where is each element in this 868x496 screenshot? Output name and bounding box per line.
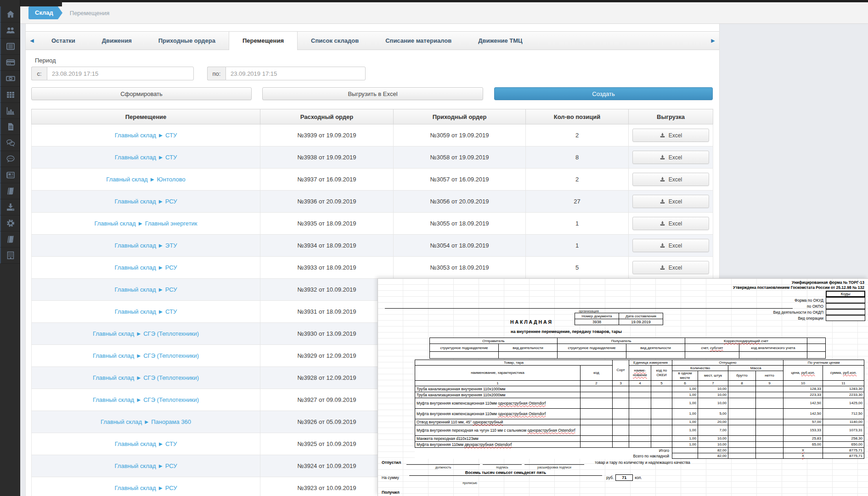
create-button[interactable]: Создать bbox=[494, 87, 713, 100]
transfer-link[interactable]: Главный склад ► РСУ bbox=[115, 286, 177, 293]
transfer-link[interactable]: Главный склад ► РСУ bbox=[115, 462, 177, 469]
period-to-input[interactable] bbox=[225, 67, 366, 80]
position-line bbox=[406, 464, 480, 465]
gross-header: брутто bbox=[728, 371, 756, 381]
download-icon bbox=[6, 202, 16, 212]
position-label: должность bbox=[406, 466, 480, 469]
generate-button[interactable]: Сформировать bbox=[31, 87, 252, 100]
col-header-outgoing: Расходный ордер bbox=[260, 109, 394, 124]
released-by-label: Отпустил bbox=[382, 460, 401, 465]
period-from-label: с: bbox=[31, 67, 47, 80]
signature-label: подпись bbox=[483, 466, 522, 469]
excel-button-label: Excel bbox=[669, 242, 682, 249]
breadcrumb-root[interactable]: Склад bbox=[28, 6, 58, 19]
transfer-link[interactable]: Главный склад ► СТУ bbox=[115, 308, 177, 315]
tab-spisanie-materialov[interactable]: Списание материалов bbox=[372, 32, 465, 50]
transfers-table-header: Перемещение Расходный ордер Приходный ор… bbox=[32, 109, 713, 124]
totals-row: Итого82,00X8775,71 bbox=[415, 448, 864, 453]
row-excel-button[interactable]: Excel bbox=[632, 173, 709, 186]
transfer-link[interactable]: Главный склад ► Юнтолово bbox=[106, 176, 185, 183]
row-excel-button[interactable]: Excel bbox=[632, 239, 709, 252]
breadcrumb-current: Перемещения bbox=[70, 10, 109, 17]
row-excel-button[interactable]: Excel bbox=[632, 129, 709, 142]
sidebar-item-documents[interactable] bbox=[0, 119, 20, 135]
transfer-link[interactable]: Главный склад ► Панорама 360 bbox=[101, 418, 191, 425]
transfer-link[interactable]: Главный склад ► СТУ bbox=[115, 154, 177, 161]
okud-value-box bbox=[826, 297, 865, 303]
sidebar-item-settings[interactable] bbox=[0, 215, 20, 231]
sidebar-item-home[interactable] bbox=[0, 6, 20, 23]
transfer-link[interactable]: Главный склад ► Главный энергетик bbox=[94, 220, 197, 227]
rub-label: руб. bbox=[606, 475, 614, 480]
kop-label: коп. bbox=[635, 475, 642, 480]
rub-kop-group: руб. 71 коп. bbox=[606, 474, 642, 481]
comment-icon bbox=[6, 154, 16, 164]
amount-words: Восемь тысяч семьсот семьдесят пять bbox=[409, 470, 602, 476]
sidebar-item-download[interactable] bbox=[0, 199, 20, 215]
gear-icon bbox=[6, 218, 16, 228]
goods-row: Отвод внутренний 110 мм, 45° однораструб… bbox=[415, 419, 864, 425]
tab-ostatki[interactable]: Остатки bbox=[38, 32, 89, 50]
positions-count: 5 bbox=[526, 257, 629, 279]
analytic-code-label: код аналитического учета bbox=[739, 344, 807, 352]
row-excel-button[interactable]: Excel bbox=[632, 261, 709, 274]
doc-number-label: Номер документа bbox=[575, 313, 619, 319]
okdp-value-box bbox=[826, 309, 865, 315]
outgoing-order: №3932 от 10.09.2019 bbox=[260, 279, 394, 301]
sidebar-item-stats[interactable] bbox=[0, 103, 20, 119]
outgoing-order: №3924 от 10.09.2019 bbox=[260, 455, 394, 477]
tabs-next-arrow-icon[interactable]: ▶ bbox=[707, 32, 719, 50]
excel-button-label: Excel bbox=[669, 220, 682, 227]
sidebar-item-journal[interactable] bbox=[0, 231, 20, 248]
sidebar-item-card[interactable] bbox=[0, 55, 20, 71]
sidebar-item-table[interactable] bbox=[0, 87, 20, 103]
sidebar-item-users[interactable] bbox=[0, 23, 20, 39]
bar-chart-icon bbox=[6, 106, 16, 116]
row-excel-button[interactable]: Excel bbox=[632, 151, 709, 164]
doc-subtitle: на внутреннее перемещение, передачу това… bbox=[447, 329, 686, 334]
transfer-link[interactable]: Главный склад ► ЭТУ bbox=[115, 242, 177, 249]
tab-spisok-skladov[interactable]: Список складов bbox=[298, 32, 372, 50]
transfer-link[interactable]: Главный склад ► СТУ bbox=[115, 440, 177, 447]
transfer-link[interactable]: Главный склад ► РСУ bbox=[115, 264, 177, 271]
tab-prihodnye-ordera[interactable]: Приходные ордера bbox=[145, 32, 229, 50]
col-header-incoming: Приходный ордер bbox=[394, 109, 526, 124]
transfer-link[interactable]: Главный склад ► СТУ bbox=[115, 132, 177, 139]
transfer-link[interactable]: Главный склад ► РСУ bbox=[115, 198, 177, 205]
row-excel-button[interactable]: Excel bbox=[632, 217, 709, 230]
okei-header: код по ОКЕИ bbox=[651, 366, 672, 381]
sidebar-item-book[interactable] bbox=[0, 183, 20, 199]
sum-header: сумма, руб.коп. bbox=[823, 366, 864, 381]
sidebar-item-news[interactable] bbox=[0, 167, 20, 183]
goods-row: Муфта внутренняя 110мм двухраструбная Os… bbox=[415, 442, 864, 448]
tabs-prev-arrow-icon[interactable]: ◀ bbox=[26, 32, 38, 50]
table-row: Главный склад ► РСУ№3936 от 20.09.2019№3… bbox=[32, 191, 713, 213]
words-label: прописью bbox=[424, 481, 516, 485]
positions-count: 8 bbox=[526, 147, 629, 169]
doc-date-value: 19.09.2019 bbox=[619, 319, 663, 325]
tab-dvizhenie-tmc[interactable]: Движение ТМЦ bbox=[465, 32, 535, 50]
row-excel-button[interactable]: Excel bbox=[632, 195, 709, 208]
tab-peremescheniya[interactable]: Перемещения bbox=[229, 32, 298, 50]
sidebar-item-money[interactable]: 1 bbox=[0, 71, 20, 87]
transfer-link[interactable]: Главный склад ► РСУ bbox=[115, 485, 177, 491]
transfer-link[interactable]: Главный склад ► СГЭ (Теплотехники) bbox=[93, 374, 199, 381]
sidebar: 1 bbox=[0, 0, 20, 496]
export-excel-button[interactable]: Выгрузить в Excel bbox=[262, 87, 483, 100]
sidebar-item-chats[interactable] bbox=[0, 135, 20, 151]
users-icon bbox=[6, 25, 16, 35]
tab-dvizheniya[interactable]: Движения bbox=[89, 32, 145, 50]
operation-type-label: Вид операции bbox=[695, 316, 823, 321]
sidebar-item-comments[interactable] bbox=[0, 151, 20, 167]
sender-receiver-table: Отправитель Получатель Корреспондирующий… bbox=[429, 338, 826, 359]
incoming-order: №3055 от 18.09.2019 bbox=[394, 213, 526, 235]
transfer-link[interactable]: Главный склад ► СГЭ (Теплотехники) bbox=[93, 330, 199, 337]
sidebar-item-building[interactable] bbox=[0, 248, 20, 264]
unit-name-header: наиме-нование bbox=[629, 366, 651, 381]
positions-count: 1 bbox=[526, 235, 629, 257]
period-from-input[interactable] bbox=[47, 67, 194, 80]
sidebar-item-list[interactable] bbox=[0, 39, 20, 55]
transfer-link[interactable]: Главный склад ► СГЭ (Теплотехники) bbox=[93, 352, 199, 359]
corr-account-header: Корреспондирующий счет bbox=[685, 338, 807, 344]
transfer-link[interactable]: Главный склад ► СГЭ (Теплотехники) bbox=[93, 396, 199, 403]
